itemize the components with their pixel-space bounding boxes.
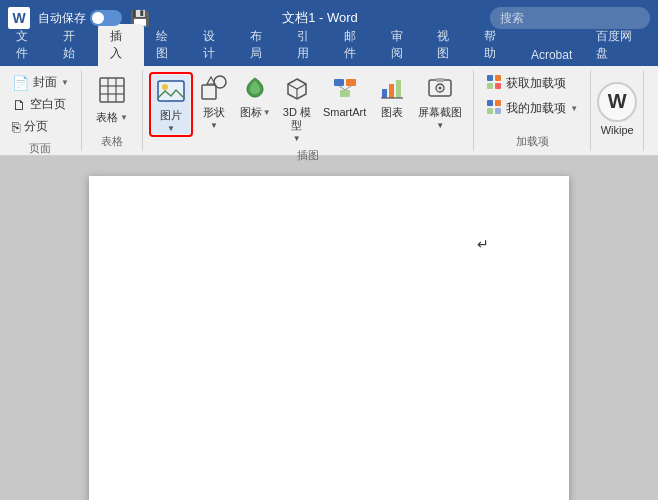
screenshot-button[interactable]: 屏幕截图 ▼ (413, 72, 467, 131)
image-button[interactable]: 图片 ▼ (152, 75, 190, 134)
icons-label: 图标 (240, 106, 262, 119)
tab-insert[interactable]: 插入 (98, 24, 145, 66)
smartart-label: SmartArt (323, 106, 366, 119)
image-button-wrapper: 图片 ▼ (149, 72, 193, 137)
svg-rect-16 (389, 84, 394, 98)
table-icon (98, 76, 126, 109)
addins-group-label: 加载项 (480, 132, 584, 149)
my-addins-chevron: ▼ (570, 104, 578, 113)
screenshot-btn-top[interactable]: 屏幕截图 (413, 72, 467, 120)
shapes-button[interactable]: 形状 ▼ (195, 72, 233, 131)
tab-view[interactable]: 视图 (425, 24, 472, 66)
smartart-icon (332, 75, 358, 104)
svg-point-21 (439, 87, 442, 90)
icons-icon (242, 75, 268, 104)
svg-line-13 (339, 86, 345, 90)
shapes-label: 形状 (203, 106, 225, 119)
shapes-dropdown-arrow[interactable]: ▼ (195, 120, 233, 131)
get-addins-label: 获取加载项 (506, 75, 566, 92)
my-addins-button[interactable]: 我的加载项 ▼ (480, 97, 584, 120)
tab-baidu[interactable]: 百度网盘 (584, 24, 654, 66)
screenshot-icon (427, 75, 453, 104)
tab-review[interactable]: 审阅 (379, 24, 426, 66)
ribbon-content: 📄 封面 ▼ 🗋 空白页 ⎘ 分页 页面 (0, 66, 658, 156)
image-label: 图片 (160, 109, 182, 122)
svg-rect-17 (396, 80, 401, 98)
svg-rect-23 (487, 75, 493, 81)
illustrations-group: 图片 ▼ 形状 ▼ (143, 70, 474, 151)
3d-icon (284, 75, 310, 104)
illustrations-group-items: 图片 ▼ 形状 ▼ (149, 72, 467, 144)
tab-file[interactable]: 文件 (4, 24, 51, 66)
cover-chevron: ▼ (61, 78, 69, 87)
3d-dropdown-arrow[interactable]: ▼ (278, 133, 316, 144)
break-label: 分页 (24, 118, 48, 135)
table-chevron: ▼ (120, 113, 128, 122)
icons-button[interactable]: 图标 ▼ (235, 72, 276, 122)
screenshot-label: 屏幕截图 (418, 106, 462, 119)
document-area: ↵ (0, 156, 658, 500)
svg-point-6 (162, 84, 168, 90)
3d-models-button[interactable]: 3D 模型 ▼ (278, 72, 316, 144)
cover-page-button[interactable]: 📄 封面 ▼ (6, 72, 75, 93)
svg-rect-5 (158, 81, 184, 101)
table-group-items: 表格 ▼ (88, 72, 136, 130)
addins-group: 获取加载项 我的加载项 ▼ 加载项 (474, 70, 591, 151)
svg-rect-24 (495, 75, 501, 81)
icons-chevron: ▼ (263, 108, 271, 117)
svg-rect-25 (487, 83, 493, 89)
svg-rect-22 (436, 78, 444, 82)
autosave-toggle[interactable] (90, 10, 122, 26)
chart-label: 图表 (381, 106, 403, 119)
tab-help[interactable]: 帮助 (472, 24, 519, 66)
3d-label: 3D 模型 (283, 106, 311, 132)
blank-label: 空白页 (30, 96, 66, 113)
get-addins-button[interactable]: 获取加载项 (480, 72, 584, 95)
tab-draw[interactable]: 绘图 (144, 24, 191, 66)
illustrations-group-label: 插图 (149, 146, 467, 163)
table-button[interactable]: 表格 ▼ (88, 72, 136, 128)
wikipedia-area[interactable]: W Wikipe (591, 70, 644, 151)
smartart-button[interactable]: SmartArt (318, 72, 371, 122)
tab-design[interactable]: 设计 (191, 24, 238, 66)
svg-point-8 (214, 76, 226, 88)
tab-references[interactable]: 引用 (285, 24, 332, 66)
wikipedia-logo: W (597, 82, 637, 122)
wikipedia-group-label (597, 147, 637, 149)
3d-btn-top[interactable]: 3D 模型 (278, 72, 316, 133)
svg-rect-15 (382, 89, 387, 98)
cursor-marker: ↵ (477, 236, 489, 252)
chart-button[interactable]: 图表 (373, 72, 411, 122)
image-icon (157, 78, 185, 107)
tab-layout[interactable]: 布局 (238, 24, 285, 66)
tab-home[interactable]: 开始 (51, 24, 98, 66)
svg-rect-11 (346, 79, 356, 86)
pages-group: 📄 封面 ▼ 🗋 空白页 ⎘ 分页 页面 (0, 70, 82, 151)
table-label: 表格 (96, 111, 118, 124)
get-addins-icon (486, 74, 502, 93)
svg-rect-0 (100, 78, 124, 102)
svg-rect-30 (495, 108, 501, 114)
tab-mailings[interactable]: 邮件 (332, 24, 379, 66)
pages-group-label: 页面 (6, 139, 75, 156)
shapes-btn-top[interactable]: 形状 (195, 72, 233, 120)
table-group-label: 表格 (88, 132, 136, 149)
image-btn-top[interactable]: 图片 (152, 75, 190, 123)
image-dropdown-arrow[interactable]: ▼ (152, 123, 190, 134)
my-addins-icon (486, 99, 502, 118)
break-icon: ⎘ (12, 119, 20, 135)
addins-items: 获取加载项 我的加载项 ▼ (480, 72, 584, 130)
wikipedia-label: Wikipe (601, 124, 634, 136)
chart-icon (379, 75, 405, 104)
document-page[interactable]: ↵ (89, 176, 569, 500)
blank-page-button[interactable]: 🗋 空白页 (6, 94, 75, 115)
cover-icon: 📄 (12, 75, 29, 91)
page-break-button[interactable]: ⎘ 分页 (6, 116, 75, 137)
pages-group-items: 📄 封面 ▼ 🗋 空白页 ⎘ 分页 (6, 72, 75, 137)
svg-rect-29 (487, 108, 493, 114)
screenshot-dropdown-arrow[interactable]: ▼ (413, 120, 467, 131)
tab-acrobat[interactable]: Acrobat (519, 44, 584, 66)
table-group: 表格 ▼ 表格 (82, 70, 143, 151)
svg-rect-28 (495, 100, 501, 106)
svg-line-14 (345, 86, 351, 90)
